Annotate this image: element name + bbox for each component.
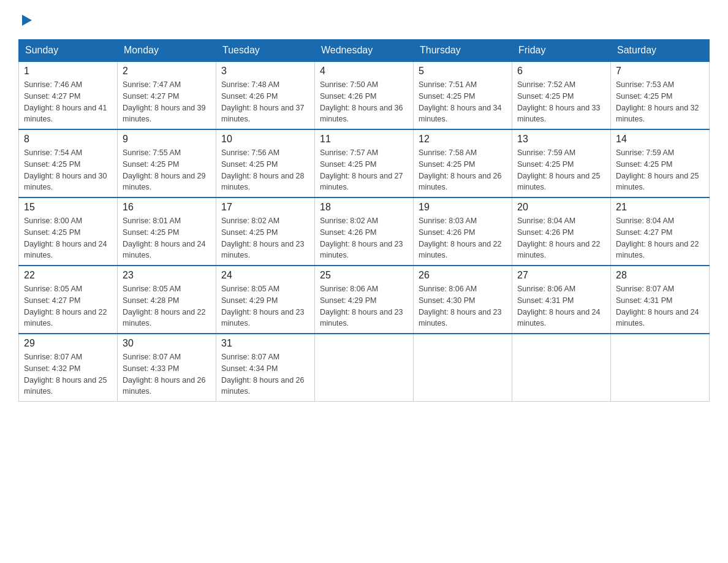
column-header-tuesday: Tuesday (216, 40, 315, 62)
day-info: Sunrise: 7:58 AMSunset: 4:25 PMDaylight:… (419, 147, 507, 193)
calendar-cell: 2 Sunrise: 7:47 AMSunset: 4:27 PMDayligh… (118, 61, 216, 129)
calendar-cell: 14 Sunrise: 7:59 AMSunset: 4:25 PMDaylig… (611, 129, 710, 197)
calendar-cell: 10 Sunrise: 7:56 AMSunset: 4:25 PMDaylig… (216, 129, 315, 197)
calendar-cell: 11 Sunrise: 7:57 AMSunset: 4:25 PMDaylig… (315, 129, 414, 197)
calendar-cell: 24 Sunrise: 8:05 AMSunset: 4:29 PMDaylig… (216, 266, 315, 334)
day-info: Sunrise: 7:57 AMSunset: 4:25 PMDaylight:… (320, 147, 408, 193)
day-info: Sunrise: 8:07 AMSunset: 4:34 PMDaylight:… (221, 351, 309, 397)
calendar-cell (512, 334, 611, 402)
day-info: Sunrise: 8:06 AMSunset: 4:31 PMDaylight:… (517, 283, 605, 329)
logo-triangle-icon (20, 13, 33, 27)
column-header-monday: Monday (118, 40, 216, 62)
page-header (18, 12, 710, 27)
day-info: Sunrise: 7:59 AMSunset: 4:25 PMDaylight:… (616, 147, 704, 193)
day-number: 28 (616, 270, 704, 281)
calendar-cell: 17 Sunrise: 8:02 AMSunset: 4:25 PMDaylig… (216, 197, 315, 266)
day-info: Sunrise: 8:02 AMSunset: 4:26 PMDaylight:… (320, 215, 408, 261)
calendar-cell: 15 Sunrise: 8:00 AMSunset: 4:25 PMDaylig… (19, 197, 118, 266)
calendar-cell: 12 Sunrise: 7:58 AMSunset: 4:25 PMDaylig… (414, 129, 512, 197)
calendar-cell: 1 Sunrise: 7:46 AMSunset: 4:27 PMDayligh… (19, 61, 118, 129)
day-number: 7 (616, 66, 704, 77)
day-number: 14 (616, 134, 704, 145)
day-info: Sunrise: 8:07 AMSunset: 4:31 PMDaylight:… (616, 283, 704, 329)
day-info: Sunrise: 8:05 AMSunset: 4:29 PMDaylight:… (221, 283, 309, 329)
day-number: 23 (123, 270, 211, 281)
column-header-thursday: Thursday (414, 40, 512, 62)
day-number: 9 (123, 134, 211, 145)
day-info: Sunrise: 7:56 AMSunset: 4:25 PMDaylight:… (221, 147, 309, 193)
day-number: 15 (24, 202, 112, 213)
calendar-cell: 9 Sunrise: 7:55 AMSunset: 4:25 PMDayligh… (118, 129, 216, 197)
calendar-cell: 21 Sunrise: 8:04 AMSunset: 4:27 PMDaylig… (611, 197, 710, 266)
day-number: 13 (517, 134, 605, 145)
calendar-cell (315, 334, 414, 402)
day-info: Sunrise: 8:01 AMSunset: 4:25 PMDaylight:… (123, 215, 211, 261)
day-info: Sunrise: 7:50 AMSunset: 4:26 PMDaylight:… (320, 79, 408, 125)
day-number: 12 (419, 134, 507, 145)
day-info: Sunrise: 8:04 AMSunset: 4:26 PMDaylight:… (517, 215, 605, 261)
day-number: 17 (221, 202, 309, 213)
day-number: 29 (24, 338, 112, 349)
week-row-4: 22 Sunrise: 8:05 AMSunset: 4:27 PMDaylig… (19, 266, 710, 334)
day-number: 2 (123, 66, 211, 77)
column-header-sunday: Sunday (19, 40, 118, 62)
calendar-cell: 30 Sunrise: 8:07 AMSunset: 4:33 PMDaylig… (118, 334, 216, 402)
calendar-cell: 26 Sunrise: 8:06 AMSunset: 4:30 PMDaylig… (414, 266, 512, 334)
day-number: 22 (24, 270, 112, 281)
week-row-2: 8 Sunrise: 7:54 AMSunset: 4:25 PMDayligh… (19, 129, 710, 197)
column-header-wednesday: Wednesday (315, 40, 414, 62)
day-number: 3 (221, 66, 309, 77)
calendar-cell: 28 Sunrise: 8:07 AMSunset: 4:31 PMDaylig… (611, 266, 710, 334)
day-info: Sunrise: 7:52 AMSunset: 4:25 PMDaylight:… (517, 79, 605, 125)
day-number: 24 (221, 270, 309, 281)
day-info: Sunrise: 8:05 AMSunset: 4:28 PMDaylight:… (123, 283, 211, 329)
calendar-cell: 4 Sunrise: 7:50 AMSunset: 4:26 PMDayligh… (315, 61, 414, 129)
day-info: Sunrise: 7:46 AMSunset: 4:27 PMDaylight:… (24, 79, 112, 125)
calendar-cell: 13 Sunrise: 7:59 AMSunset: 4:25 PMDaylig… (512, 129, 611, 197)
calendar-cell: 7 Sunrise: 7:53 AMSunset: 4:25 PMDayligh… (611, 61, 710, 129)
day-number: 5 (419, 66, 507, 77)
day-info: Sunrise: 8:06 AMSunset: 4:30 PMDaylight:… (419, 283, 507, 329)
day-number: 27 (517, 270, 605, 281)
calendar-cell: 29 Sunrise: 8:07 AMSunset: 4:32 PMDaylig… (19, 334, 118, 402)
calendar-cell: 18 Sunrise: 8:02 AMSunset: 4:26 PMDaylig… (315, 197, 414, 266)
day-info: Sunrise: 8:06 AMSunset: 4:29 PMDaylight:… (320, 283, 408, 329)
calendar-cell: 27 Sunrise: 8:06 AMSunset: 4:31 PMDaylig… (512, 266, 611, 334)
calendar-cell: 22 Sunrise: 8:05 AMSunset: 4:27 PMDaylig… (19, 266, 118, 334)
day-number: 19 (419, 202, 507, 213)
day-info: Sunrise: 8:07 AMSunset: 4:33 PMDaylight:… (123, 351, 211, 397)
day-number: 10 (221, 134, 309, 145)
week-row-5: 29 Sunrise: 8:07 AMSunset: 4:32 PMDaylig… (19, 334, 710, 402)
day-info: Sunrise: 7:59 AMSunset: 4:25 PMDaylight:… (517, 147, 605, 193)
day-number: 11 (320, 134, 408, 145)
calendar-cell: 25 Sunrise: 8:06 AMSunset: 4:29 PMDaylig… (315, 266, 414, 334)
calendar-cell: 8 Sunrise: 7:54 AMSunset: 4:25 PMDayligh… (19, 129, 118, 197)
calendar-cell: 31 Sunrise: 8:07 AMSunset: 4:34 PMDaylig… (216, 334, 315, 402)
calendar-cell: 3 Sunrise: 7:48 AMSunset: 4:26 PMDayligh… (216, 61, 315, 129)
logo (18, 12, 33, 27)
day-number: 21 (616, 202, 704, 213)
day-info: Sunrise: 7:53 AMSunset: 4:25 PMDaylight:… (616, 79, 704, 125)
day-info: Sunrise: 7:51 AMSunset: 4:25 PMDaylight:… (419, 79, 507, 125)
column-header-saturday: Saturday (611, 40, 710, 62)
day-info: Sunrise: 7:47 AMSunset: 4:27 PMDaylight:… (123, 79, 211, 125)
day-info: Sunrise: 8:00 AMSunset: 4:25 PMDaylight:… (24, 215, 112, 261)
week-row-3: 15 Sunrise: 8:00 AMSunset: 4:25 PMDaylig… (19, 197, 710, 266)
calendar-cell: 23 Sunrise: 8:05 AMSunset: 4:28 PMDaylig… (118, 266, 216, 334)
day-number: 25 (320, 270, 408, 281)
day-info: Sunrise: 8:02 AMSunset: 4:25 PMDaylight:… (221, 215, 309, 261)
calendar-cell: 6 Sunrise: 7:52 AMSunset: 4:25 PMDayligh… (512, 61, 611, 129)
column-header-friday: Friday (512, 40, 611, 62)
day-info: Sunrise: 8:04 AMSunset: 4:27 PMDaylight:… (616, 215, 704, 261)
day-info: Sunrise: 8:03 AMSunset: 4:26 PMDaylight:… (419, 215, 507, 261)
day-number: 26 (419, 270, 507, 281)
calendar-header-row: SundayMondayTuesdayWednesdayThursdayFrid… (19, 40, 710, 62)
day-number: 31 (221, 338, 309, 349)
calendar-cell: 16 Sunrise: 8:01 AMSunset: 4:25 PMDaylig… (118, 197, 216, 266)
svg-marker-0 (22, 15, 32, 26)
day-number: 1 (24, 66, 112, 77)
day-number: 8 (24, 134, 112, 145)
week-row-1: 1 Sunrise: 7:46 AMSunset: 4:27 PMDayligh… (19, 61, 710, 129)
day-info: Sunrise: 7:55 AMSunset: 4:25 PMDaylight:… (123, 147, 211, 193)
day-number: 16 (123, 202, 211, 213)
